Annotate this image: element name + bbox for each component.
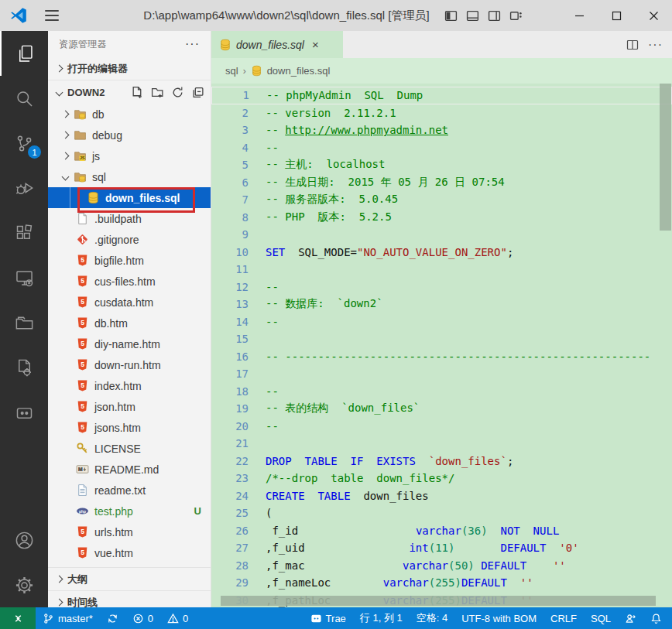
tree-file--buildpath[interactable]: .buildpath	[48, 208, 211, 229]
tree-file-down-run-htm[interactable]: 5down-run.htm	[48, 354, 211, 375]
tab-down-files-sql[interactable]: down_files.sql ×	[211, 31, 343, 58]
tree-file-test-php[interactable]: phptest.phpU	[48, 501, 211, 521]
minimize-button[interactable]	[561, 0, 598, 31]
tree-file-vue-htm[interactable]: 5vue.htm	[48, 542, 211, 563]
timeline-section[interactable]: 时间线	[48, 590, 211, 614]
status-remote-icon[interactable]	[0, 607, 36, 629]
activity-extensions-icon[interactable]	[0, 210, 48, 255]
split-editor-icon[interactable]	[626, 39, 639, 51]
code-line-15[interactable]: 15	[211, 330, 672, 348]
activity-project-manager-icon[interactable]	[0, 345, 48, 390]
status-eol[interactable]: CRLF	[543, 607, 584, 629]
activity-settings-icon[interactable]	[0, 562, 48, 607]
refresh-icon[interactable]	[171, 86, 184, 99]
explorer-more-icon[interactable]: ···	[185, 37, 200, 51]
status-feedback-icon[interactable]	[618, 607, 643, 629]
toggle-panel-icon[interactable]	[466, 9, 479, 22]
tree-file-jsons-htm[interactable]: 5jsons.htm	[48, 417, 211, 438]
outline-section[interactable]: 大纲	[48, 567, 211, 590]
tree-file-cusdata-htm[interactable]: 5cusdata.htm	[48, 292, 211, 313]
tree-file-index-htm[interactable]: 5index.htm	[48, 375, 211, 396]
activity-remote-explorer-icon[interactable]	[0, 255, 48, 300]
status-trae[interactable]: Trae	[303, 607, 353, 629]
code-line-3[interactable]: 3-- http://www.phpmyadmin.net	[211, 121, 672, 139]
status-notifications-icon[interactable]	[643, 607, 669, 629]
breadcrumb-file[interactable]: down_files.sql	[267, 65, 331, 77]
new-folder-icon[interactable]	[151, 86, 164, 99]
toggle-sidebar-icon[interactable]	[444, 9, 458, 22]
tree-file-bigfile-htm[interactable]: 5bigfile.htm	[48, 250, 211, 271]
code-line-28[interactable]: 28,f_mac varchar(50) DEFAULT ''	[211, 557, 672, 575]
close-button[interactable]	[635, 0, 672, 31]
code-line-4[interactable]: 4--	[211, 139, 672, 157]
open-editors-section[interactable]: 打开的编辑器	[48, 57, 211, 80]
code-line-18[interactable]: 18--	[211, 383, 672, 401]
new-file-icon[interactable]	[131, 86, 144, 99]
code-line-22[interactable]: 22DROP TABLE IF EXISTS `down_files`;	[211, 453, 672, 470]
code-line-29[interactable]: 29,f_nameLoc varchar(255)DEFAULT ''	[211, 574, 672, 592]
tree-file--gitignore[interactable]: .gitignore	[48, 229, 211, 250]
tree-folder-sql[interactable]: sql	[48, 166, 211, 187]
toggle-secondary-sidebar-icon[interactable]	[488, 9, 501, 22]
activity-explorer-icon[interactable]	[0, 31, 48, 76]
status-encoding[interactable]: UTF-8 with BOM	[454, 607, 543, 629]
code-line-12[interactable]: 12--	[211, 279, 672, 296]
code-line-14[interactable]: 14--	[211, 313, 672, 331]
code-line-26[interactable]: 26 f_id varchar(36) NOT NULL	[211, 522, 672, 540]
code-line-24[interactable]: 24CREATE TABLE down_files	[211, 487, 672, 505]
code-line-11[interactable]: 11	[211, 261, 672, 279]
code-line-13[interactable]: 13-- 数据库: `down2`	[211, 296, 672, 313]
code-line-10[interactable]: 10SET SQL_MODE="NO_AUTO_VALUE_ON_ZERO";	[211, 244, 672, 262]
code-line-20[interactable]: 20--	[211, 418, 672, 436]
code-line-5[interactable]: 5-- 主机: localhost	[211, 156, 672, 174]
code-line-6[interactable]: 6-- 生成日期: 2015 年 05 月 26 日 07:54	[211, 174, 672, 192]
tree-folder-debug[interactable]: debug	[48, 125, 211, 145]
menu-icon[interactable]	[45, 10, 59, 21]
status-label: 行 1, 列 1	[360, 611, 403, 625]
code-line-27[interactable]: 27,f_uid int(11) DEFAULT '0'	[211, 539, 672, 557]
tree-folder-js[interactable]: JSjs	[48, 145, 211, 166]
activity-run-debug-icon[interactable]	[0, 166, 48, 210]
tree-file-license[interactable]: LICENSE	[48, 438, 211, 459]
tree-file-readme-md[interactable]: MMREADME.md	[48, 459, 211, 480]
line-content: CREATE TABLE down_files	[249, 490, 429, 502]
project-root-row[interactable]: DOWN2	[48, 80, 211, 104]
code-line-17[interactable]: 17	[211, 365, 672, 383]
activity-source-control-icon[interactable]: 1	[0, 121, 48, 166]
code-line-25[interactable]: 25(	[211, 504, 672, 522]
status-indentation[interactable]: 空格: 4	[410, 607, 454, 629]
tree-file-cus-files-htm[interactable]: 5cus-files.htm	[48, 271, 211, 292]
breadcrumb-folder[interactable]: sql	[225, 65, 238, 77]
tree-file-diy-name-htm[interactable]: 5diy-name.htm	[48, 333, 211, 354]
customize-layout-icon[interactable]	[509, 9, 523, 22]
code-line-21[interactable]: 21	[211, 435, 672, 453]
status-language-mode[interactable]: SQL	[584, 607, 618, 629]
code-line-7[interactable]: 7-- 服务器版本: 5.0.45	[211, 191, 672, 209]
activity-search-icon[interactable]	[0, 76, 48, 121]
breadcrumb[interactable]: sql › down_files.sql	[211, 58, 672, 84]
vertical-scrollbar[interactable]	[660, 84, 671, 231]
activity-account-icon[interactable]	[0, 518, 48, 562]
code-editor[interactable]: 1-- phpMyAdmin SQL Dump2-- version 2.11.…	[211, 84, 672, 607]
tree-file-json-htm[interactable]: 5json.htm	[48, 396, 211, 417]
code-line-19[interactable]: 19-- 表的结构 `down_files`	[211, 400, 672, 418]
activity-ai-chat-icon[interactable]	[0, 390, 48, 435]
activity-folder-view-icon[interactable]	[0, 300, 48, 345]
maximize-button[interactable]	[598, 0, 635, 31]
status-cursor-position[interactable]: 行 1, 列 1	[353, 607, 410, 629]
code-line-16[interactable]: 16-- -----------------------------------…	[211, 348, 672, 366]
tree-file-down-files-sql[interactable]: down_files.sql	[48, 187, 211, 208]
code-line-8[interactable]: 8-- PHP 版本: 5.2.5	[211, 209, 672, 227]
code-line-1[interactable]: 1-- phpMyAdmin SQL Dump	[211, 87, 672, 104]
tree-file-readme-txt[interactable]: readme.txt	[48, 480, 211, 501]
tree-file-urls-htm[interactable]: 5urls.htm	[48, 521, 211, 542]
horizontal-scrollbar[interactable]	[221, 596, 656, 606]
editor-more-actions-icon[interactable]: ···	[648, 38, 663, 52]
code-line-9[interactable]: 9	[211, 226, 672, 244]
tree-folder-db[interactable]: db	[48, 104, 211, 125]
code-line-23[interactable]: 23/*--drop table down_files*/	[211, 470, 672, 487]
code-line-2[interactable]: 2-- version 2.11.2.1	[211, 104, 672, 122]
collapse-all-icon[interactable]	[191, 86, 204, 99]
tree-file-db-htm[interactable]: 5db.htm	[48, 313, 211, 333]
tab-close-icon[interactable]: ×	[312, 38, 319, 51]
